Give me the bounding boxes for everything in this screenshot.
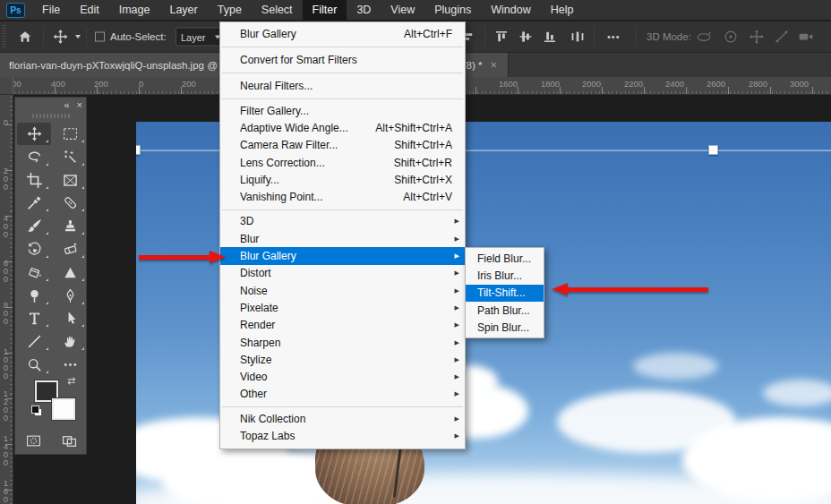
align-vertical-centers-icon[interactable] [518, 30, 533, 44]
magic-wand-tool[interactable] [53, 146, 87, 168]
path-select-tool[interactable] [53, 307, 87, 329]
menu-item-label: Blur Gallery [240, 250, 456, 262]
distribute-spacing-icon[interactable] [570, 30, 585, 44]
filter-menu-item-blur-gallery[interactable]: Blur GalleryAlt+Ctrl+F [220, 24, 465, 43]
menu-plugins[interactable]: Plugins [424, 0, 481, 21]
zoom-tool[interactable] [17, 354, 51, 376]
options-bar-gripper[interactable] [2, 25, 6, 48]
more-options-icon[interactable]: ••• [607, 31, 621, 42]
vertical-ruler[interactable]: 02004006008001000120014001600 [0, 95, 13, 504]
filter-menu-item-3d[interactable]: 3D▶ [220, 213, 465, 230]
auto-select-checkbox[interactable] [95, 32, 105, 42]
ruler-label: 2000 [582, 79, 601, 89]
menu-filter[interactable]: Filter [303, 0, 347, 21]
pen-tool[interactable] [53, 285, 87, 307]
menu-3d[interactable]: 3D [347, 0, 381, 21]
ruler-origin-box[interactable] [0, 77, 13, 95]
background-color-swatch[interactable] [52, 398, 75, 420]
history-brush-tool[interactable] [17, 238, 51, 261]
filter-menu-item-nik-collection[interactable]: Nik Collection▶ [220, 410, 465, 427]
clone-stamp-tool[interactable] [53, 215, 87, 237]
menu-help[interactable]: Help [541, 0, 584, 21]
blur-submenu-item-tilt-shift[interactable]: Tilt-Shift... [466, 285, 544, 302]
filter-menu-item-render[interactable]: Render▶ [220, 317, 465, 334]
filter-menu-item-distort[interactable]: Distort▶ [220, 265, 465, 282]
align-bottom-edges-icon[interactable] [543, 30, 557, 44]
type-tool[interactable] [17, 307, 51, 329]
3d-camera-icon[interactable] [798, 29, 814, 45]
3d-slide-icon[interactable] [774, 29, 790, 45]
brush-tool[interactable] [17, 215, 51, 237]
default-colors-icon[interactable] [31, 406, 39, 414]
menu-item-label: Stylize [240, 354, 456, 366]
3d-pan-icon[interactable] [749, 29, 765, 45]
paint-bucket-tool[interactable] [17, 261, 51, 284]
menu-view[interactable]: View [381, 0, 424, 21]
menu-select[interactable]: Select [252, 0, 303, 21]
screen-mode-icon[interactable] [62, 433, 77, 448]
3d-roll-icon[interactable] [723, 29, 739, 45]
filter-menu-item-convert-for-smart-filters[interactable]: Convert for Smart Filters [220, 50, 465, 69]
filter-menu-item-other[interactable]: Other▶ [220, 386, 465, 403]
line-tool[interactable] [17, 330, 51, 353]
filter-menu-item-noise[interactable]: Noise▶ [220, 282, 465, 299]
filter-menu-item-filter-gallery[interactable]: Filter Gallery... [220, 102, 465, 119]
hand-tool[interactable] [53, 330, 87, 353]
align-top-edges-icon[interactable] [494, 30, 509, 44]
close-tab-icon[interactable]: × [490, 59, 497, 71]
menu-window[interactable]: Window [481, 0, 540, 21]
close-panel-icon[interactable]: × [77, 99, 82, 112]
move-tool-icon[interactable] [53, 30, 68, 45]
photoshop-logo[interactable]: Ps [6, 3, 25, 18]
menu-file[interactable]: File [32, 0, 70, 21]
menu-layer[interactable]: Layer [159, 0, 207, 21]
blur-submenu-item-field-blur[interactable]: Field Blur... [466, 250, 544, 267]
ruler-label: 600 [1, 258, 11, 282]
filter-menu-item-video[interactable]: Video▶ [220, 368, 465, 385]
crop-tool[interactable] [17, 169, 51, 192]
blur-submenu-item-iris-blur[interactable]: Iris Blur... [466, 267, 544, 284]
filter-menu-item-lens-correction[interactable]: Lens Correction...Shift+Ctrl+R [220, 154, 465, 171]
filter-menu-item-pixelate[interactable]: Pixelate▶ [220, 299, 465, 316]
filter-menu-item-topaz-labs[interactable]: Topaz Labs▶ [220, 427, 465, 444]
filter-menu-item-neural-filters[interactable]: Neural Filters... [220, 76, 465, 95]
menu-image[interactable]: Image [109, 0, 160, 21]
quick-mask-icon[interactable] [26, 433, 41, 448]
ruler-label: 400 [51, 79, 65, 89]
eraser-tool[interactable] [53, 238, 87, 261]
filter-menu-item-adaptive-wide-angle[interactable]: Adaptive Wide Angle...Alt+Shift+Ctrl+A [220, 119, 465, 136]
filter-menu-item-blur[interactable]: Blur▶ [220, 230, 465, 247]
menu-type[interactable]: Type [208, 0, 252, 21]
eyedropper-tool[interactable] [17, 192, 51, 214]
submenu-arrow-icon: ▶ [455, 287, 459, 295]
marquee-tool[interactable] [53, 123, 87, 145]
blur-submenu-item-spin-blur[interactable]: Spin Blur... [466, 319, 544, 336]
blur-submenu-item-path-blur[interactable]: Path Blur... [466, 302, 544, 319]
move-tool[interactable] [17, 123, 51, 145]
filter-menu-item-camera-raw-filter[interactable]: Camera Raw Filter...Shift+Ctrl+A [220, 137, 465, 154]
frame-tool[interactable] [53, 169, 87, 192]
more-tool[interactable] [53, 354, 87, 376]
swap-colors-icon[interactable]: ⇄ [67, 375, 75, 387]
transform-handle-left[interactable] [136, 145, 141, 155]
3d-orbit-icon[interactable] [696, 29, 712, 45]
filter-menu-item-liquify[interactable]: Liquify...Shift+Ctrl+X [220, 171, 465, 188]
ruler-label: 400 [1, 213, 11, 237]
filter-menu-item-blur-gallery[interactable]: Blur Gallery▶ [220, 247, 465, 264]
shape-tool[interactable] [53, 261, 87, 284]
collapse-panel-icon[interactable]: « [64, 99, 69, 112]
filter-menu-item-stylize[interactable]: Stylize▶ [220, 351, 465, 368]
filter-menu-item-vanishing-point[interactable]: Vanishing Point...Alt+Ctrl+V [220, 188, 465, 205]
filter-menu-item-sharpen[interactable]: Sharpen▶ [220, 334, 465, 351]
dodge-tool[interactable] [17, 285, 51, 307]
menu-edit[interactable]: Edit [70, 0, 109, 21]
menu-item-shortcut: Alt+Shift+Ctrl+A [375, 122, 452, 134]
home-icon[interactable] [18, 30, 32, 44]
transform-handle-middle[interactable] [708, 145, 718, 155]
auto-select-target-dropdown[interactable]: Layer [176, 28, 226, 47]
panel-drag-handle[interactable] [32, 114, 70, 118]
lasso-tool[interactable] [17, 146, 51, 168]
chevron-down-icon[interactable] [75, 35, 81, 38]
healing-tool[interactable] [53, 192, 87, 214]
ruler-label: 1400 [1, 433, 11, 466]
